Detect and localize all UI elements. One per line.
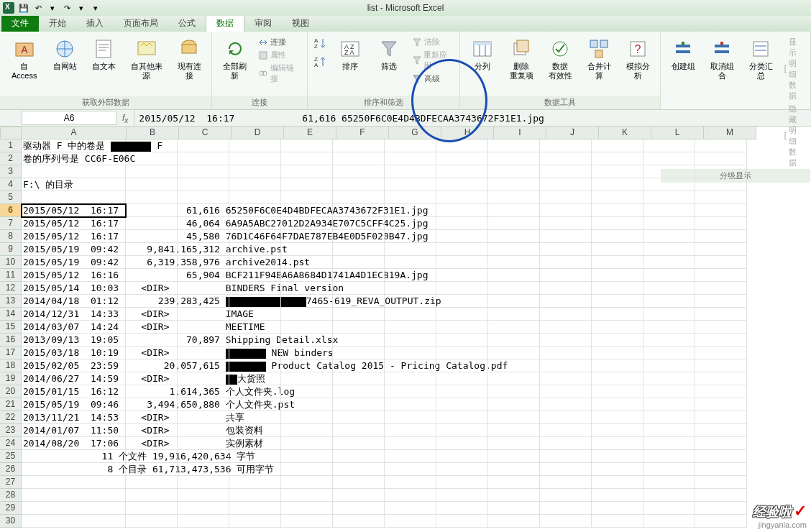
cell[interactable]	[126, 256, 178, 269]
cell[interactable]	[643, 282, 695, 295]
cell[interactable]	[592, 230, 643, 243]
cell[interactable]	[695, 463, 747, 476]
cell[interactable]	[385, 243, 436, 256]
cell[interactable]	[178, 295, 229, 308]
cell[interactable]	[281, 191, 333, 204]
select-all-corner[interactable]	[0, 127, 22, 139]
cell[interactable]	[178, 502, 229, 515]
cell[interactable]	[488, 437, 540, 450]
cell[interactable]	[178, 437, 229, 450]
cell[interactable]	[385, 450, 436, 463]
cell[interactable]	[592, 243, 643, 256]
cell[interactable]	[436, 230, 488, 243]
row-header[interactable]: 28	[0, 489, 22, 502]
cell[interactable]	[540, 152, 592, 165]
cell[interactable]	[281, 282, 333, 295]
cell[interactable]	[281, 385, 333, 398]
column-header-H[interactable]: H	[441, 127, 494, 139]
cell[interactable]	[333, 191, 385, 204]
cell[interactable]	[178, 450, 229, 463]
row-header[interactable]: 16	[0, 334, 22, 347]
cell[interactable]	[540, 230, 592, 243]
cell[interactable]	[643, 489, 695, 502]
cell[interactable]	[488, 308, 540, 321]
cell[interactable]	[333, 282, 385, 295]
cell[interactable]	[333, 295, 385, 308]
cell[interactable]: 11 个文件 19,916,420,634 字节	[22, 450, 126, 463]
cell[interactable]: 2013/11/21 14:53 <DIR> 共享	[22, 411, 126, 424]
data-validation-button[interactable]: 数据 有效性	[542, 36, 578, 82]
cell[interactable]	[592, 334, 643, 347]
tab-review[interactable]: 审阅	[244, 15, 282, 32]
cell[interactable]	[643, 191, 695, 204]
cell[interactable]	[229, 243, 281, 256]
cell[interactable]	[488, 424, 540, 437]
cell[interactable]	[281, 217, 333, 230]
row-header[interactable]: 14	[0, 308, 22, 321]
cell[interactable]	[126, 398, 178, 411]
cell[interactable]	[126, 321, 178, 334]
cell[interactable]	[695, 230, 747, 243]
cell[interactable]: 2015/01/15 16:12 1,614,365 个人文件夹.log	[22, 385, 126, 398]
cell[interactable]: 2015/05/19 09:42 9,841,165,312 archive.p…	[22, 243, 126, 256]
column-header-B[interactable]: B	[127, 127, 179, 139]
cell[interactable]	[695, 308, 747, 321]
row-header[interactable]: 10	[0, 256, 22, 269]
cell[interactable]	[592, 372, 643, 385]
cell[interactable]	[178, 334, 229, 347]
cell[interactable]	[333, 243, 385, 256]
cell[interactable]	[695, 139, 747, 152]
cell[interactable]	[126, 191, 178, 204]
fx-button[interactable]: fx	[116, 110, 134, 126]
cell[interactable]	[178, 152, 229, 165]
cell[interactable]	[229, 308, 281, 321]
cell[interactable]	[126, 152, 178, 165]
cell[interactable]	[643, 347, 695, 359]
row-header[interactable]: 25	[0, 450, 22, 463]
cell[interactable]	[643, 217, 695, 230]
cell[interactable]	[385, 437, 436, 450]
cell[interactable]	[333, 476, 385, 489]
cell[interactable]	[643, 269, 695, 282]
row-header[interactable]: 30	[0, 515, 22, 528]
cell[interactable]	[540, 515, 592, 528]
cell[interactable]	[436, 321, 488, 334]
cell[interactable]	[540, 321, 592, 334]
cell[interactable]	[540, 502, 592, 515]
cell[interactable]	[178, 165, 229, 178]
cell[interactable]: 驱动器 F 中的卷是 F	[22, 139, 126, 152]
cell[interactable]	[385, 347, 436, 359]
cell[interactable]	[126, 334, 178, 347]
subtotal-button[interactable]: 分类汇总	[743, 36, 779, 82]
cell[interactable]	[643, 308, 695, 321]
cell[interactable]	[385, 463, 436, 476]
cell[interactable]	[436, 256, 488, 269]
cell[interactable]	[592, 347, 643, 359]
cell[interactable]	[281, 437, 333, 450]
cell[interactable]	[540, 450, 592, 463]
cell[interactable]	[178, 139, 229, 152]
cell[interactable]	[488, 178, 540, 191]
cell[interactable]	[540, 282, 592, 295]
cell[interactable]	[436, 204, 488, 217]
cell[interactable]	[592, 424, 643, 437]
cell[interactable]	[333, 359, 385, 372]
column-header-J[interactable]: J	[546, 127, 599, 139]
cell[interactable]	[540, 217, 592, 230]
row-header[interactable]: 27	[0, 476, 22, 489]
tab-layout[interactable]: 页面布局	[114, 15, 168, 32]
connections-button[interactable]: 连接	[256, 36, 303, 48]
cell[interactable]	[540, 372, 592, 385]
cell[interactable]	[695, 204, 747, 217]
cell[interactable]	[333, 411, 385, 424]
cell[interactable]	[643, 139, 695, 152]
cell[interactable]	[436, 476, 488, 489]
cell[interactable]	[281, 515, 333, 528]
tab-file[interactable]: 文件	[1, 15, 39, 32]
cell[interactable]	[436, 269, 488, 282]
cell[interactable]	[695, 256, 747, 269]
cell[interactable]	[229, 256, 281, 269]
cell[interactable]	[385, 359, 436, 372]
cell[interactable]	[178, 476, 229, 489]
cell[interactable]	[540, 204, 592, 217]
